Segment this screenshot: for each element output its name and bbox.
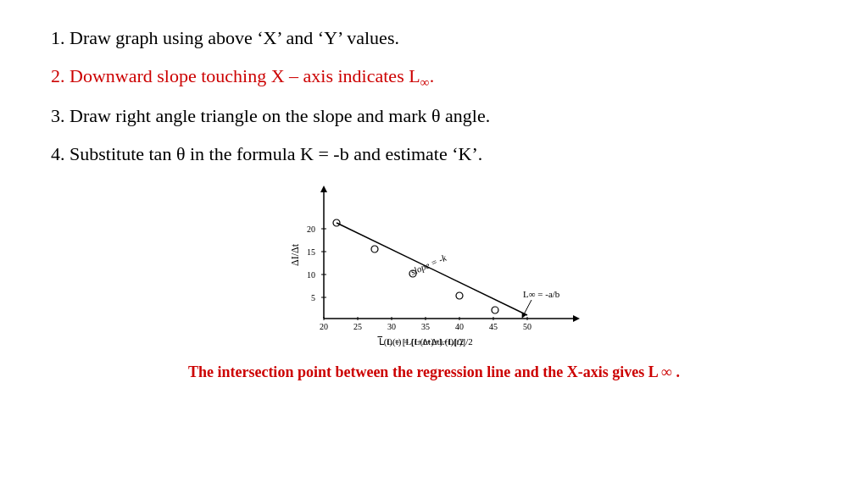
data-point-4 bbox=[456, 292, 463, 299]
x-tick-40: 40 bbox=[455, 322, 464, 331]
step-1-number: 1. bbox=[51, 27, 65, 48]
y-tick-20: 20 bbox=[307, 225, 315, 234]
step-2: 2. Downward slope touching X – axis indi… bbox=[51, 64, 817, 92]
step-1: 1. Draw graph using above ‘X’ and ‘Y’ va… bbox=[51, 25, 817, 52]
x-tick-20: 20 bbox=[320, 322, 328, 331]
y-axis-label: ΔI/Δt bbox=[289, 244, 301, 267]
y-tick-5: 5 bbox=[311, 293, 315, 302]
x-tick-50: 50 bbox=[523, 322, 531, 331]
graph-area: ΔI/Δt 5 10 15 20 20 25 bbox=[273, 179, 595, 357]
footer-text: The intersection point between the regre… bbox=[51, 363, 817, 381]
y-tick-15: 15 bbox=[307, 247, 315, 257]
svg-marker-3 bbox=[573, 315, 580, 322]
data-point-2 bbox=[371, 246, 378, 252]
graph-container: ΔI/Δt 5 10 15 20 20 25 bbox=[51, 179, 817, 357]
x-tick-35: 35 bbox=[421, 322, 430, 331]
x-axis-label-full: L̅(t) = [L(t+Δt)+L(t)]/2 bbox=[377, 336, 465, 347]
svg-marker-2 bbox=[320, 186, 327, 192]
step-4: 4. Substitute tan θ in the formula K = -… bbox=[51, 141, 817, 168]
x-tick-45: 45 bbox=[489, 322, 498, 331]
linfinity-arrow bbox=[523, 300, 531, 316]
step-3-number: 3. bbox=[51, 105, 65, 126]
regression-line bbox=[337, 223, 527, 315]
y-tick-10: 10 bbox=[307, 270, 315, 280]
step-3: 3. Draw right angle triangle on the slop… bbox=[51, 103, 817, 130]
footer-content: The intersection point between the regre… bbox=[188, 363, 680, 380]
step-1-text: Draw graph using above ‘X’ and ‘Y’ value… bbox=[70, 27, 399, 48]
slope-label: slope = -k bbox=[409, 252, 449, 278]
linfinity-label: L∞ = -a/b bbox=[523, 289, 560, 299]
step-3-text: Draw right angle triangle on the slope a… bbox=[70, 105, 490, 126]
x-tick-30: 30 bbox=[387, 322, 396, 331]
step-4-text: Substitute tan θ in the formula K = -b a… bbox=[70, 143, 482, 164]
step-2-number: 2. bbox=[51, 65, 65, 86]
data-point-5 bbox=[492, 307, 498, 313]
graph-svg: ΔI/Δt 5 10 15 20 20 25 bbox=[273, 179, 595, 357]
x-tick-25: 25 bbox=[353, 322, 362, 331]
step-2-text: Downward slope touching X – axis indicat… bbox=[70, 65, 434, 86]
step-2-subscript: ∞ bbox=[420, 75, 430, 89]
step-4-number: 4. bbox=[51, 143, 65, 164]
